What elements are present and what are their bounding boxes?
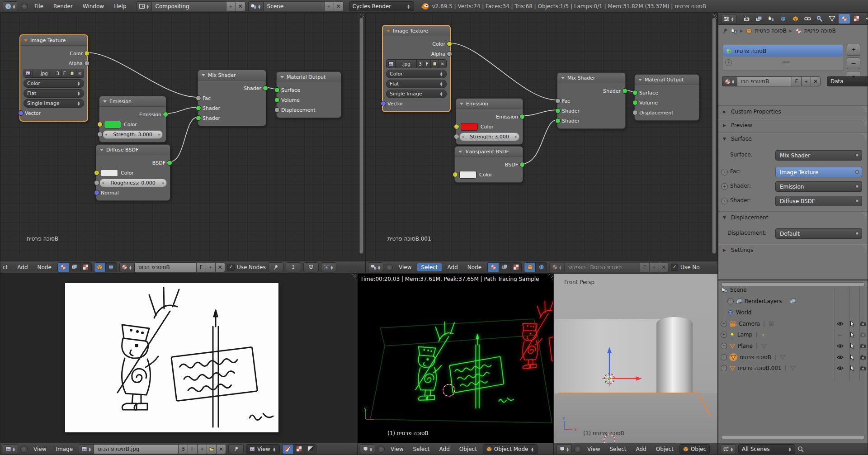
- collapse-node-icon[interactable]: [460, 103, 463, 105]
- texture-nodes-toggle[interactable]: [510, 263, 521, 272]
- texture-nodes-toggle[interactable]: [80, 263, 91, 272]
- socket-displacement-in[interactable]: [274, 107, 280, 113]
- scene-browse-button[interactable]: [248, 1, 263, 11]
- socket-displacement-in[interactable]: [632, 110, 638, 115]
- new-image-button[interactable]: ＋: [197, 444, 207, 454]
- object-context-toggle[interactable]: [524, 263, 536, 272]
- collapse-menus-button[interactable]: −: [20, 446, 28, 453]
- add-material-button[interactable]: ＋: [801, 76, 811, 86]
- socket-strength-in[interactable]: [97, 132, 103, 137]
- editor-type-properties-button[interactable]: [721, 14, 736, 24]
- material-browse-button[interactable]: [722, 76, 737, 86]
- data-link-select[interactable]: Data: [827, 76, 868, 86]
- color-channel-toggle[interactable]: [294, 445, 305, 454]
- pin-button[interactable]: [228, 444, 244, 454]
- node-transparent-bsdf[interactable]: Transparent BSDF BSDF Color: [454, 146, 523, 183]
- add-slot-icon[interactable]: ＋: [725, 59, 732, 66]
- menu-object[interactable]: Object: [652, 446, 677, 452]
- selectable-toggle[interactable]: [850, 354, 859, 360]
- unlink-material-button[interactable]: ✕: [811, 76, 821, 86]
- node-emission[interactable]: Emission Emission Color Strength: 3.000: [99, 96, 166, 142]
- fake-user-button[interactable]: F: [61, 69, 68, 77]
- socket-color-in[interactable]: [97, 122, 103, 127]
- editor-type-3dview-button[interactable]: [557, 444, 572, 454]
- image-name[interactable]: .jpg: [396, 60, 417, 68]
- editor-type-outliner-button[interactable]: [721, 444, 736, 454]
- material-name-field[interactable]: תיטרפ הכוB: [737, 76, 792, 86]
- socket-color-out[interactable]: [447, 41, 452, 47]
- compositing-nodes-toggle[interactable]: [69, 263, 80, 272]
- outliner-row-lamp[interactable]: ＋ Lamp |: [718, 329, 868, 340]
- editor-type-image-button[interactable]: [3, 444, 18, 454]
- tab-constraints[interactable]: [802, 14, 813, 24]
- panel-displacement[interactable]: ▼Displacement: [718, 211, 868, 223]
- socket-color-in[interactable]: [453, 172, 458, 177]
- socket-expand-icon[interactable]: ＋: [721, 198, 728, 204]
- delete-scene-button[interactable]: ✕: [334, 1, 344, 11]
- socket-alpha-out[interactable]: [447, 51, 452, 57]
- add-scene-button[interactable]: ＋: [324, 1, 334, 11]
- list-resize-grip[interactable]: ══: [732, 59, 841, 66]
- image-browse-button[interactable]: [79, 444, 94, 454]
- selectable-toggle[interactable]: [850, 332, 859, 338]
- users-count-button[interactable]: 3: [178, 444, 188, 454]
- emission-color-swatch[interactable]: [104, 121, 121, 128]
- socket-surface-in[interactable]: [274, 87, 280, 93]
- socket-strength-in[interactable]: [454, 134, 459, 139]
- delete-screen-layout-button[interactable]: ✕: [236, 1, 245, 11]
- node-material-output[interactable]: Material Output Surface Volume Displacem…: [276, 71, 341, 118]
- panel-preview[interactable]: ▶Preview: [718, 119, 868, 131]
- material-name-field[interactable]: תיטרפ הכוסB: [134, 262, 196, 272]
- socket-fac-in[interactable]: [555, 98, 561, 104]
- menu-help[interactable]: Help: [110, 3, 130, 9]
- fake-user-button[interactable]: F: [640, 262, 649, 272]
- vertical-scrollbar[interactable]: [359, 18, 363, 254]
- render-toggle[interactable]: [860, 365, 868, 371]
- use-nodes-checkbox[interactable]: [227, 264, 235, 271]
- editor-type-info-button[interactable]: i: [3, 1, 18, 11]
- roughness-slider[interactable]: Roughness: 0.000: [99, 179, 167, 187]
- open-image-button[interactable]: [207, 444, 216, 454]
- editor-type-3dview-button[interactable]: [360, 444, 375, 454]
- area-resize-corner[interactable]: [350, 274, 356, 280]
- menu-object[interactable]: Object: [456, 446, 481, 452]
- menu-add[interactable]: Add: [436, 446, 453, 452]
- pin-button[interactable]: [268, 262, 283, 272]
- projection-select[interactable]: Flat: [24, 89, 84, 98]
- rendered-viewport[interactable]: Time:00:20.03 | Mem:37.61M, Peak:37.65M …: [357, 273, 554, 455]
- image-datablock[interactable]: .jpg 3 F ✕: [24, 69, 84, 78]
- fake-user-button[interactable]: F: [792, 76, 801, 86]
- tab-material[interactable]: [839, 14, 850, 24]
- fake-user-button[interactable]: F: [196, 262, 206, 272]
- collapse-menus-button[interactable]: −: [21, 3, 28, 10]
- scene-name-field[interactable]: Scene: [263, 1, 324, 11]
- outliner-row-world[interactable]: World: [718, 307, 868, 318]
- unlink-material-button[interactable]: ✕: [215, 262, 225, 272]
- source-select[interactable]: Single Image: [386, 90, 447, 98]
- socket-expand-icon[interactable]: ＋: [721, 169, 728, 175]
- render-engine-select[interactable]: Cycles Render: [349, 1, 414, 11]
- hide-toggle[interactable]: [837, 344, 846, 348]
- menu-select[interactable]: Select: [606, 446, 630, 452]
- socket-fac-in[interactable]: [196, 95, 201, 101]
- emission-color-swatch[interactable]: [461, 123, 478, 131]
- render-toggle[interactable]: [860, 355, 868, 360]
- collapse-node-icon[interactable]: [387, 30, 390, 32]
- outliner-row-sukkah[interactable]: ＋ תיטרפ הכוסB |: [718, 352, 868, 363]
- expand-icon[interactable]: ＋: [721, 343, 727, 349]
- image-name[interactable]: .jpg: [33, 69, 54, 77]
- collapse-node-icon[interactable]: [24, 39, 28, 42]
- node-image-texture[interactable]: Image Texture Color Alpha .jpg 3 F ✕ Col…: [382, 25, 451, 112]
- collapse-node-icon[interactable]: [103, 100, 107, 103]
- unlink-image-button[interactable]: ✕: [76, 69, 84, 77]
- unpack-icon[interactable]: [68, 69, 76, 77]
- collapse-node-icon[interactable]: [561, 77, 565, 79]
- color-space-select[interactable]: Color: [386, 70, 447, 78]
- collapse-menus-button[interactable]: −: [386, 264, 393, 271]
- menu-file[interactable]: File: [31, 3, 47, 9]
- alpha-channel-toggle[interactable]: [305, 445, 316, 454]
- selectable-toggle[interactable]: [850, 365, 859, 371]
- socket-color-out[interactable]: [84, 51, 90, 56]
- fake-user-button[interactable]: F: [424, 60, 431, 68]
- panel-custom-properties[interactable]: ▶Custom Properties: [718, 105, 868, 118]
